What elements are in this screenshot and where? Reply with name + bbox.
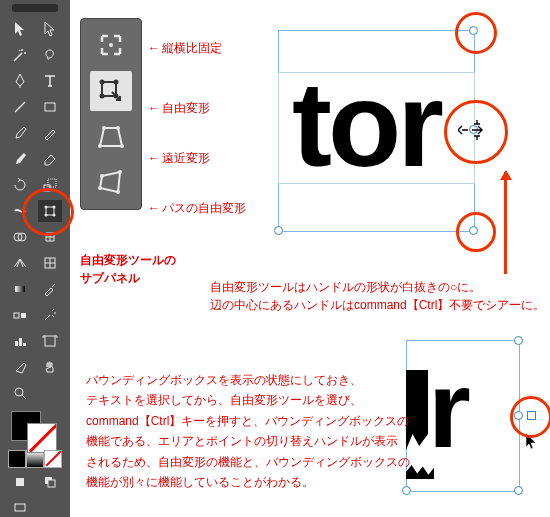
svg-rect-12 [14,313,19,318]
anno-perspective: 遠近変形 [148,150,210,167]
svg-point-4 [45,205,48,208]
bottom-note: バウンディングボックスを表示の状態にしておき、 テキストを選択してから、自由変形… [86,370,410,492]
svg-rect-22 [15,504,25,511]
artboard-tool[interactable] [38,330,62,352]
svg-point-27 [100,94,105,99]
handle2-tr[interactable] [514,336,523,345]
free-transform-tool[interactable] [38,200,62,222]
spacer2 [38,497,62,517]
eyedropper-tool[interactable] [38,278,62,300]
column-graph-tool[interactable] [8,330,32,352]
shape-builder-tool[interactable] [8,226,32,248]
hand-tool[interactable] [38,356,62,378]
svg-point-25 [100,80,105,85]
anno-free-distort: パスの自由変形 [148,200,246,217]
spacer [38,382,62,404]
svg-rect-1 [44,185,50,191]
subtool-constrain[interactable] [90,25,132,65]
direct-selection-tool[interactable] [38,18,62,40]
bn-l2: テキストを選択してから、自由変形ツールを選び、 [86,390,410,410]
anno-constrain: 縦横比固定 [148,40,222,57]
svg-point-6 [45,213,48,216]
sample-text-top: tor [292,55,440,193]
width-tool[interactable] [8,200,32,222]
subtool-free-distort[interactable] [90,163,132,203]
handle-bottom-left[interactable] [274,226,283,235]
svg-point-18 [15,388,23,396]
bn-l5: されるため、自由変形の機能と、バウンディングボックスの [86,452,410,472]
fill-stroke-swatch[interactable] [0,412,70,450]
svg-point-23 [109,43,113,47]
mesh-tool[interactable] [38,252,62,274]
magic-wand-tool[interactable] [8,44,32,66]
area-point-toggle-handle[interactable] [527,411,536,420]
svg-rect-11 [15,286,25,292]
subtool-perspective-distort[interactable] [90,117,132,157]
pen-tool[interactable] [8,70,32,92]
live-paint-tool[interactable] [38,226,62,248]
scale-tool[interactable] [38,174,62,196]
line-tool[interactable] [8,96,32,118]
mid-note-line1: 自由変形ツールはハンドルの形状が白抜きの○に。 [210,278,545,296]
stroke-swatch[interactable] [28,424,56,452]
pointer-cursor-icon [524,432,540,452]
type-tool[interactable] [38,70,62,92]
svg-rect-17 [45,336,55,346]
panel-grip[interactable] [12,4,58,12]
svg-rect-3 [46,207,54,215]
color-mode-row [0,451,70,467]
svg-point-7 [53,213,56,216]
svg-rect-13 [21,313,26,318]
bn-l3: command【Ctrl】キーを押すと、バウンディングボックスの [86,411,410,431]
mid-note: 自由変形ツールはハンドルの形状が白抜きの○に。 辺の中心にあるハンドルはcomm… [210,278,545,314]
shear-cursor-icon [458,120,484,140]
sample-text-bottom: r [428,345,467,472]
lasso-tool[interactable] [38,44,62,66]
svg-point-30 [116,126,120,130]
selection-tool[interactable] [8,18,32,40]
rotate-tool[interactable] [8,174,32,196]
svg-point-34 [118,170,122,174]
draw-mode-normal[interactable] [8,471,32,493]
handle-top-right[interactable] [469,26,478,35]
anno-free-transform: 自由変形 [148,100,210,117]
slice-tool[interactable] [8,356,32,378]
color-mode-solid[interactable] [9,451,25,467]
tools-panel [0,0,70,517]
blend-tool[interactable] [8,304,32,326]
svg-point-26 [114,80,119,85]
eraser-tool[interactable] [38,148,62,170]
handle2-mr[interactable] [514,411,523,420]
perspective-grid-tool[interactable] [8,252,32,274]
paintbrush-tool[interactable] [8,122,32,144]
bn-l6: 機能が別々に機能していることがわかる。 [86,472,410,492]
gradient-tool[interactable] [8,278,32,300]
callout-arrow [504,172,507,274]
svg-rect-14 [15,341,18,346]
handle2-br[interactable] [514,486,523,495]
free-transform-subpanel [80,18,142,210]
blob-brush-tool[interactable] [8,148,32,170]
subtool-free-transform[interactable] [90,71,132,111]
pencil-tool[interactable] [38,122,62,144]
zoom-tool[interactable] [8,382,32,404]
svg-rect-21 [48,480,55,487]
bn-l4: 機能である、エリアとポイントの切り替えハンドルが表示 [86,431,410,451]
subpanel-title-1: 自由変形ツールの [80,252,176,269]
svg-point-33 [100,174,104,178]
svg-point-29 [102,126,106,130]
svg-rect-0 [45,103,55,111]
svg-rect-15 [19,338,22,346]
handle-bottom-right[interactable] [469,226,478,235]
bn-l1: バウンディングボックスを表示の状態にしておき、 [86,370,410,390]
draw-mode-behind[interactable] [38,471,62,493]
svg-point-32 [120,144,124,148]
color-mode-gradient[interactable] [27,451,43,467]
svg-point-36 [98,186,102,190]
color-mode-none[interactable] [45,451,61,467]
subpanel-title-2: サブパネル [80,270,140,287]
screen-mode[interactable] [8,497,32,517]
symbol-sprayer-tool[interactable] [38,304,62,326]
rectangle-tool[interactable] [38,96,62,118]
svg-point-31 [98,144,102,148]
